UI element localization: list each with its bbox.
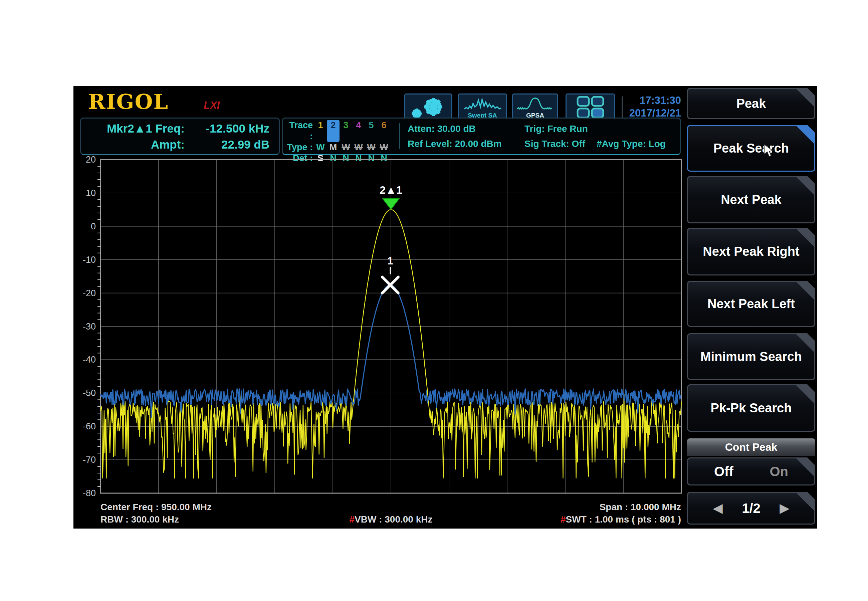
trace-4-type: W xyxy=(352,142,365,153)
cont-peak-title: Cont Peak xyxy=(687,438,815,456)
softkey-minimum-search[interactable]: Minimum Search xyxy=(687,333,815,380)
trace-6-selector[interactable]: 6 xyxy=(378,120,390,142)
trace-5-type: W xyxy=(365,142,378,153)
footer-readouts: Center Freq : 950.00 MHz RBW : 300.00 kH… xyxy=(73,500,684,529)
marker-ampt-label: Ampt: xyxy=(81,137,184,153)
cont-peak-off-option[interactable]: Off xyxy=(714,464,734,479)
softkey-next-peak[interactable]: Next Peak xyxy=(687,176,815,223)
trace-row-label: Trace : xyxy=(285,120,313,142)
ref-level-readout: Ref Level: 20.00 dBm xyxy=(408,136,502,151)
trace-2-selector[interactable]: 2 xyxy=(327,120,340,142)
softkey-menu: Peak Peak Search Next Peak Next Peak Rig… xyxy=(685,86,817,529)
swt-readout: #SWT : 1.00 ms ( pts : 801 ) xyxy=(560,513,681,526)
page-number: 1/2 xyxy=(742,501,760,516)
svg-text:-40: -40 xyxy=(83,355,96,365)
trace-1-selector[interactable]: 1 xyxy=(314,120,327,142)
clock: 17:31:30 2017/12/21 xyxy=(624,94,681,119)
gear-icon xyxy=(409,95,448,121)
svg-text:2▲1: 2▲1 xyxy=(379,184,402,196)
svg-text:-10: -10 xyxy=(83,255,96,265)
svg-text:20: 20 xyxy=(86,155,96,165)
page: RIGOL LXI xyxy=(0,0,868,601)
span-readout: Span : 10.000 MHz xyxy=(560,501,681,513)
cont-peak-on-option[interactable]: On xyxy=(769,464,788,479)
cont-peak-toggle[interactable]: Off On xyxy=(687,458,815,485)
settings-divider xyxy=(399,123,400,149)
trace-6-type: W xyxy=(378,142,390,153)
page-next-icon[interactable]: ▶ xyxy=(780,501,789,515)
svg-text:-30: -30 xyxy=(83,322,96,331)
gpsa-icon xyxy=(516,97,554,113)
trig-readout: Trig: Free Run xyxy=(524,121,588,136)
trace-4-selector[interactable]: 4 xyxy=(352,120,365,142)
rigol-logo: RIGOL xyxy=(88,90,169,114)
type-row-label: Type : xyxy=(285,142,313,153)
softkey-next-peak-left[interactable]: Next Peak Left xyxy=(687,281,815,327)
marker-freq-value: -12.500 kHz xyxy=(184,121,279,137)
svg-text:0: 0 xyxy=(91,221,96,231)
trace-numbers-row: Trace : 1 2 3 4 5 6 xyxy=(285,120,390,142)
settings-readout: Trace : 1 2 3 4 5 6 Type : W M W W W W xyxy=(282,117,681,155)
svg-text:-80: -80 xyxy=(83,488,96,498)
avg-type-readout: #Avg Type: Log xyxy=(597,136,666,151)
svg-text:-60: -60 xyxy=(83,421,96,432)
svg-text:-20: -20 xyxy=(83,288,96,298)
svg-text:10: 10 xyxy=(86,188,96,198)
mouse-cursor-icon xyxy=(763,143,775,159)
marker-triangle-icon xyxy=(382,198,400,210)
svg-text:-50: -50 xyxy=(83,388,96,398)
sig-track-readout: Sig Track: Off xyxy=(524,136,588,151)
page-indicator[interactable]: ◀ 1/2 ▶ xyxy=(687,492,815,525)
layout-grid-icon xyxy=(573,95,608,121)
svg-text:-70: -70 xyxy=(83,455,96,465)
atten-readout: Atten: 30.00 dB xyxy=(408,121,502,136)
center-freq-readout: Center Freq : 950.00 MHz xyxy=(101,501,212,513)
svg-text:1: 1 xyxy=(387,255,393,267)
swept-sa-icon xyxy=(462,97,503,113)
marker-readout: Mkr2▲1 Freq: -12.500 kHz Ampt: 22.99 dB xyxy=(80,117,280,155)
time-display: 17:31:30 xyxy=(624,94,681,107)
softkey-pkpk-search[interactable]: Pk-Pk Search xyxy=(687,384,815,432)
trace-5-selector[interactable]: 5 xyxy=(365,120,378,142)
marker-ampt-value: 22.99 dB xyxy=(184,137,279,153)
softkey-peak[interactable]: Peak xyxy=(687,88,815,119)
trace-3-type: W xyxy=(340,142,352,153)
softkey-peak-search[interactable]: Peak Search xyxy=(687,125,815,172)
trace-1-type: W xyxy=(314,142,327,153)
spectrum-plot: 20100-10-20-30-40-50-60-70-802▲11 xyxy=(73,153,684,500)
marker-freq-label: Mkr2▲1 Freq: xyxy=(81,121,184,137)
analyzer-screen: RIGOL LXI xyxy=(73,86,817,529)
page-prev-icon[interactable]: ◀ xyxy=(713,501,723,515)
lxi-badge: LXI xyxy=(204,99,220,111)
trace-3-selector[interactable]: 3 xyxy=(340,120,352,142)
trace-types-row: Type : W M W W W W xyxy=(285,142,390,153)
toolbar-divider xyxy=(621,96,623,119)
trace-2-type: M xyxy=(327,142,340,153)
softkey-next-peak-right[interactable]: Next Peak Right xyxy=(687,228,815,276)
